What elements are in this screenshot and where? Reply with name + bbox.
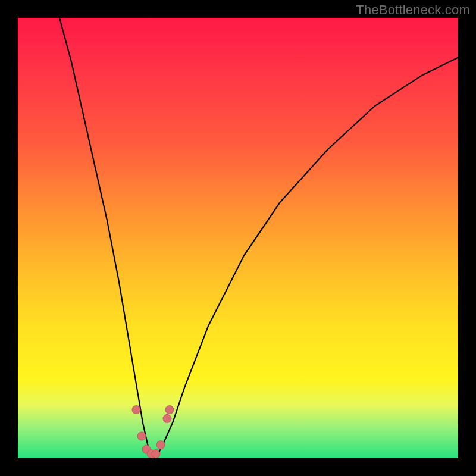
trough-marker — [132, 406, 140, 414]
bottleneck-curve — [60, 18, 458, 458]
trough-marker — [152, 450, 160, 458]
curve-layer — [18, 18, 458, 458]
plot-area — [18, 18, 458, 458]
trough-marker — [165, 406, 174, 414]
watermark-text: TheBottleneck.com — [356, 2, 470, 18]
trough-markers — [132, 406, 174, 458]
chart-frame: TheBottleneck.com — [0, 0, 476, 476]
trough-marker — [156, 441, 165, 449]
trough-marker — [137, 432, 146, 440]
trough-marker — [163, 414, 171, 422]
